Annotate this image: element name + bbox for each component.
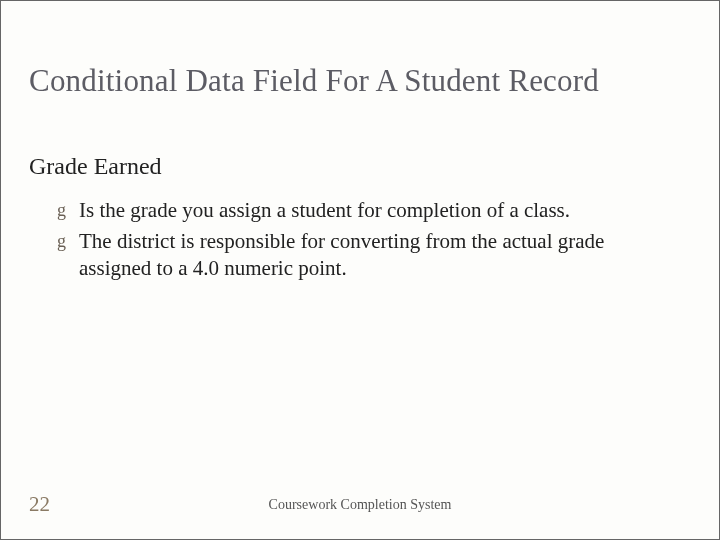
list-item: g Is the grade you assign a student for … — [57, 197, 671, 224]
slide-title: Conditional Data Field For A Student Rec… — [29, 63, 691, 99]
bullet-list: g Is the grade you assign a student for … — [57, 197, 671, 286]
bullet-text: Is the grade you assign a student for co… — [79, 198, 570, 222]
slide: Conditional Data Field For A Student Rec… — [0, 0, 720, 540]
footer-text: Coursework Completion System — [1, 497, 719, 513]
bullet-icon: g — [57, 199, 66, 222]
bullet-icon: g — [57, 230, 66, 253]
list-item: g The district is responsible for conver… — [57, 228, 671, 282]
slide-subheading: Grade Earned — [29, 153, 162, 180]
bullet-text: The district is responsible for converti… — [79, 229, 604, 280]
